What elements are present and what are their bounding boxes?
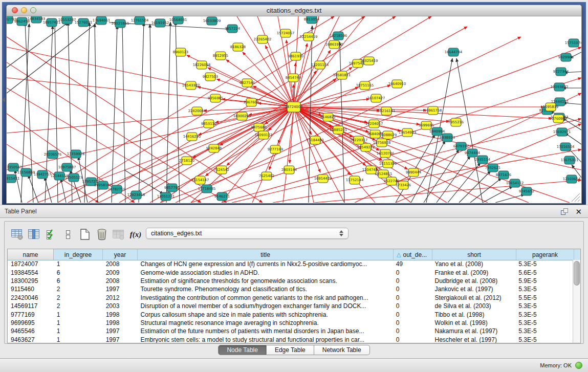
table-cell[interactable]: Corpus callosum shape and size in male p… [138, 311, 393, 318]
table-cell[interactable]: 1 [54, 260, 103, 268]
table-cell[interactable]: 1 [54, 319, 103, 326]
column-header-in_degree[interactable]: in_degree [54, 249, 103, 260]
column-header-out_de[interactable]: △out_de... [394, 249, 432, 260]
table-cell[interactable]: Dudbridge et al. (2008) [432, 277, 516, 285]
table-cell[interactable]: Tibbo et al. (1998) [432, 311, 516, 318]
table-cell[interactable]: Estimation of significance thresholds fo… [138, 277, 393, 285]
tab-network-table[interactable]: Network Table [314, 345, 370, 355]
table-cell[interactable]: 2003 [103, 302, 138, 310]
function-builder-icon[interactable]: f(x) [128, 227, 143, 242]
table-cell[interactable]: 6 [54, 269, 103, 276]
table-cell[interactable]: 5.3E-5 [515, 311, 573, 318]
table-cell[interactable]: 0 [393, 294, 432, 301]
close-window-button[interactable] [12, 7, 18, 13]
row-height-icon[interactable] [60, 227, 76, 242]
select-all-icon[interactable] [43, 227, 59, 242]
table-cell[interactable]: 0 [393, 277, 432, 285]
table-cell[interactable]: 9463627 [8, 336, 54, 343]
column-header-pagerank[interactable]: pagerank [516, 249, 574, 260]
network-canvas-container[interactable]: 1872400718642793986245814834583189574211… [7, 16, 581, 203]
table-cell[interactable]: 1 [54, 336, 103, 343]
network-canvas[interactable]: 1872400718642793986245814834583189574211… [7, 16, 581, 203]
import-table-icon[interactable] [111, 227, 126, 242]
table-cell[interactable]: 18300295 [8, 277, 54, 285]
column-header-name[interactable]: name [8, 249, 54, 260]
tab-edge-table[interactable]: Edge Table [267, 345, 314, 355]
table-cell[interactable]: 0 [393, 336, 432, 343]
table-cell[interactable]: 2008 [103, 277, 138, 285]
table-cell[interactable]: 5.3E-5 [515, 327, 573, 335]
table-cell[interactable]: 1 [54, 311, 103, 318]
table-cell[interactable]: 1 [54, 327, 103, 335]
table-cell[interactable]: Wolkin et al. (1998) [432, 319, 516, 326]
zoom-window-button[interactable] [30, 7, 36, 13]
table-cell[interactable]: 0 [393, 269, 432, 276]
table-selector-dropdown[interactable]: citations_edges.txt [146, 228, 349, 239]
table-cell[interactable]: 2 [54, 302, 103, 310]
table-cell[interactable]: 5.3E-5 [515, 319, 573, 326]
table-cell[interactable]: 0 [393, 319, 432, 326]
table-cell[interactable]: 5.3E-5 [515, 336, 573, 343]
table-cell[interactable]: Tourette syndrome. Phenomenology and cla… [138, 286, 393, 293]
table-cell[interactable]: 18724007 [8, 260, 54, 268]
table-row[interactable]: 1456911722003Disruption of a novel membe… [8, 302, 573, 310]
table-cell[interactable]: Investigating the contribution of common… [138, 294, 393, 301]
network-window-titlebar[interactable]: citations_edges.txt [7, 5, 581, 16]
close-panel-icon[interactable]: ✕ [575, 208, 582, 215]
table-cell[interactable]: 1997 [103, 286, 138, 293]
new-column-icon[interactable] [77, 227, 93, 242]
table-cell[interactable]: Changes of HCN gene expression and I(f) … [138, 260, 393, 268]
table-panel-titlebar[interactable]: Table Panel ✕ [0, 205, 588, 218]
table-cell[interactable]: 9465546 [8, 327, 54, 335]
table-cell[interactable]: 1998 [103, 319, 138, 326]
network-window[interactable]: citations_edges.txt 18724007186427939862… [6, 5, 582, 204]
table-cell[interactable]: 2008 [103, 260, 138, 268]
table-row[interactable]: 911546021997Tourette syndrome. Phenomeno… [8, 285, 573, 293]
table-row[interactable]: 1872400712008Changes of HCN gene express… [8, 260, 573, 268]
table-row[interactable]: 946362711997Embryonic stem cells: a mode… [8, 336, 573, 343]
column-header-short[interactable]: short [432, 249, 516, 260]
column-header-year[interactable]: year [103, 249, 138, 260]
table-cell[interactable]: Estimation of the future numbers of pati… [138, 327, 393, 335]
column-header-title[interactable]: title [138, 249, 394, 260]
table-row[interactable]: 977716911998Corpus callosum shape and si… [8, 310, 573, 318]
table-cell[interactable]: 0 [393, 302, 432, 310]
table-row[interactable]: 1830029562008Estimation of significance … [8, 277, 573, 285]
table-cell[interactable]: Genome-wide association studies in ADHD. [138, 269, 393, 276]
table-row[interactable]: 946554611997Estimation of the future num… [8, 327, 573, 335]
table-cell[interactable]: 49 [393, 260, 432, 268]
table-cell[interactable]: 5.6E-5 [515, 269, 573, 276]
table-cell[interactable]: 5.3E-5 [515, 286, 573, 293]
table-cell[interactable]: 2009 [103, 269, 138, 276]
table-cell[interactable]: 19384554 [8, 269, 54, 276]
table-scrollbar-thumb[interactable] [574, 261, 580, 286]
table-cell[interactable]: 9699695 [8, 319, 54, 326]
table-cell[interactable]: Jankovic et al. (1997) [432, 286, 516, 293]
table-cell[interactable]: 6 [54, 277, 103, 285]
table-cell[interactable]: Hescheler et al. (1997) [432, 336, 516, 343]
table-scrollbar[interactable] [573, 260, 580, 343]
delete-columns-icon[interactable] [94, 227, 110, 242]
node-table[interactable]: namein_degreeyeartitle△out_de...shortpag… [7, 249, 581, 343]
table-cell[interactable]: 9115460 [8, 286, 54, 293]
table-cell[interactable]: 0 [393, 311, 432, 318]
table-cell[interactable]: Disruption of a novel member of a sodium… [138, 302, 393, 310]
table-cell[interactable]: 1997 [103, 336, 138, 343]
table-row[interactable]: 969969511998Structural magnetic resonanc… [8, 319, 573, 327]
show-columns-icon[interactable] [27, 227, 42, 242]
table-cell[interactable]: 5.3E-5 [515, 260, 573, 268]
table-cell[interactable]: de Silva et al. (2003) [432, 302, 516, 310]
table-cell[interactable]: 0 [393, 327, 432, 335]
tab-node-table[interactable]: Node Table [218, 345, 267, 355]
table-cell[interactable]: 5.9E-5 [515, 277, 573, 285]
table-row[interactable]: 1938455462009Genome-wide association stu… [8, 268, 573, 276]
table-cell[interactable]: Nakamura et al. (1997) [432, 327, 516, 335]
canvas-resize-grip[interactable] [572, 193, 580, 202]
table-cell[interactable]: 14569117 [8, 302, 54, 310]
memory-status-indicator[interactable] [575, 362, 582, 369]
table-cell[interactable]: Stergiakouli et al. (2012) [432, 294, 516, 301]
table-cell[interactable]: 1997 [103, 327, 138, 335]
table-cell[interactable]: Franke et al. (2009) [432, 269, 516, 276]
table-row[interactable]: 2242004622012Investigating the contribut… [8, 294, 573, 302]
minimize-window-button[interactable] [21, 7, 27, 13]
